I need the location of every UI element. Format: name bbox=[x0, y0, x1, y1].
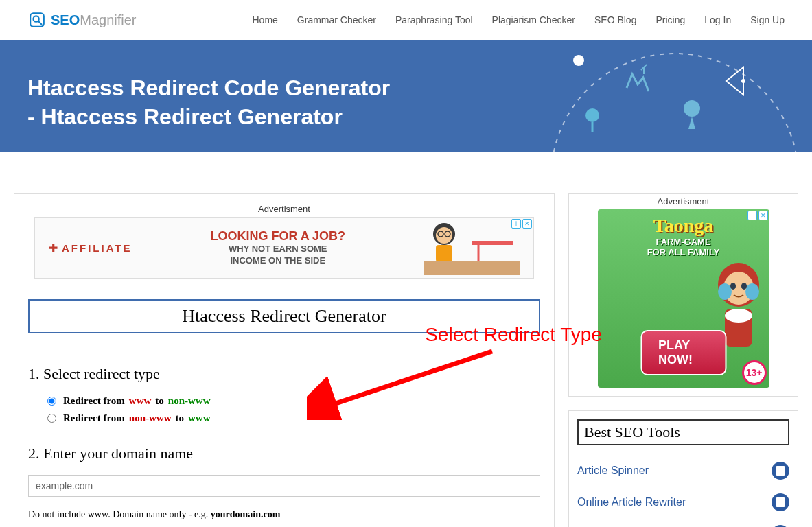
ad-illustration bbox=[424, 220, 520, 275]
svg-point-4 bbox=[573, 55, 584, 66]
sidebar-ad[interactable]: i ✕ Taonga FARM-GAME FOR ALL FAMILY bbox=[598, 209, 769, 388]
svg-rect-9 bbox=[472, 241, 513, 245]
domain-input[interactable] bbox=[28, 475, 540, 497]
nav-plagiarism-checker[interactable]: Plagiarism Checker bbox=[492, 14, 575, 25]
ad-close-icon[interactable]: ✕ bbox=[522, 219, 532, 229]
domain-hint: Do not include www. Domain name only - e… bbox=[28, 509, 540, 520]
play-now-button[interactable]: PLAY NOW! bbox=[640, 330, 726, 375]
tool-link-article-spinner[interactable]: Article Spinner bbox=[577, 455, 789, 487]
nav-home[interactable]: Home bbox=[252, 14, 277, 25]
logo-text-magnifier: Magnifier bbox=[80, 12, 136, 27]
ad-headline: LOOKING FOR A JOB? bbox=[146, 229, 410, 244]
nav-seo-blog[interactable]: SEO Blog bbox=[594, 14, 636, 25]
ad-label: Advertisment bbox=[28, 204, 540, 214]
svg-rect-16 bbox=[424, 261, 520, 275]
main-content: Advertisment i ✕ ✚AFFILIATE LOOKING FOR … bbox=[14, 193, 555, 527]
sidebar-ad-label: Advertisment bbox=[577, 196, 789, 207]
annotation-label: Select Redirect Type bbox=[425, 324, 602, 346]
sidebar-ad-container: Advertisment i ✕ Taonga FARM-GAME FOR AL… bbox=[568, 193, 798, 397]
logo-text-seo: SEO bbox=[51, 12, 80, 27]
sidebar-ad-info-icon[interactable]: i bbox=[747, 211, 757, 220]
annotation-arrow-icon bbox=[307, 344, 499, 420]
svg-line-2 bbox=[38, 21, 42, 25]
svg-point-25 bbox=[725, 309, 752, 323]
nav-paraphrasing-tool[interactable]: Paraphrasing Tool bbox=[395, 14, 473, 25]
taonga-sub1: FARM-GAME bbox=[598, 237, 769, 247]
radio-www-to-nonwww-input[interactable] bbox=[47, 397, 56, 406]
tool-link-article-rewriter[interactable]: Online Article Rewriter bbox=[577, 487, 789, 518]
tool-link-grammar-checker[interactable]: Online Grammar Checker PRO bbox=[577, 518, 789, 527]
nav-signup[interactable]: Sign Up bbox=[750, 14, 785, 25]
taonga-title: Taonga bbox=[598, 209, 769, 237]
svg-line-17 bbox=[327, 351, 492, 406]
nav-grammar-checker[interactable]: Grammar Checker bbox=[297, 14, 376, 25]
tools-heading: Best SEO Tools bbox=[577, 419, 789, 445]
nav-login[interactable]: Log In bbox=[704, 14, 731, 25]
best-seo-tools-box: Best SEO Tools Article Spinner Online Ar… bbox=[568, 410, 798, 527]
nav-pricing[interactable]: Pricing bbox=[656, 14, 685, 25]
step2-title: 2. Enter your domain name bbox=[28, 445, 540, 462]
ad-affiliate-label: AFFILIATE bbox=[62, 242, 132, 254]
svg-point-1 bbox=[33, 16, 38, 21]
logo[interactable]: SEOMagnifier bbox=[27, 10, 137, 30]
ad-info-icon[interactable]: i bbox=[511, 219, 521, 229]
ad-banner[interactable]: i ✕ ✚AFFILIATE LOOKING FOR A JOB? WHY NO… bbox=[34, 217, 534, 279]
main-nav: Home Grammar Checker Paraphrasing Tool P… bbox=[252, 14, 785, 25]
age-badge: 13+ bbox=[742, 360, 767, 385]
ad-sub1: WHY NOT EARN SOME bbox=[146, 244, 410, 255]
svg-point-23 bbox=[745, 283, 759, 300]
hero-banner: Htaccess Redirect Code Generator - Htacc… bbox=[0, 40, 812, 152]
tool-icon bbox=[772, 493, 789, 511]
page-title: Htaccess Redirect Code Generator - Htacc… bbox=[27, 74, 785, 131]
svg-rect-15 bbox=[436, 245, 452, 262]
radio-nonwww-to-www-input[interactable] bbox=[47, 414, 56, 423]
ad-sub2: INCOME ON THE SIDE bbox=[146, 255, 410, 267]
tool-icon bbox=[772, 462, 789, 480]
logo-icon bbox=[27, 10, 47, 30]
sidebar-ad-close-icon[interactable]: ✕ bbox=[758, 211, 768, 220]
affiliate-cross-icon: ✚ bbox=[49, 242, 58, 254]
svg-point-22 bbox=[718, 283, 732, 300]
